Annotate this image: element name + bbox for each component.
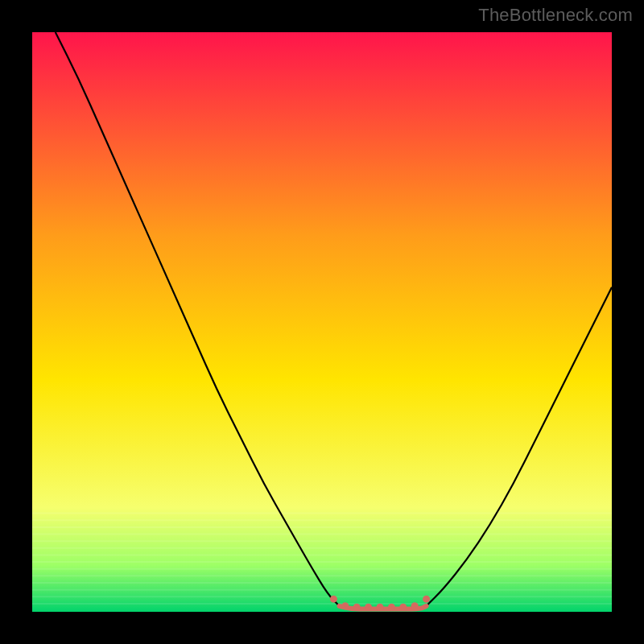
highlight-dot <box>353 604 361 611</box>
highlight-dot <box>365 604 372 611</box>
gradient-background <box>32 32 612 612</box>
highlight-dot <box>330 596 337 603</box>
highlight-dot <box>399 604 407 611</box>
watermark-text: TheBottleneck.com <box>478 5 633 26</box>
highlight-dot <box>423 596 430 603</box>
highlight-dot <box>388 604 395 611</box>
highlight-dot <box>341 602 349 609</box>
highlight-dot <box>411 602 419 609</box>
highlight-dot <box>377 604 384 611</box>
chart-svg <box>32 32 612 612</box>
plot-area <box>32 32 612 612</box>
chart-frame: TheBottleneck.com <box>0 0 644 644</box>
